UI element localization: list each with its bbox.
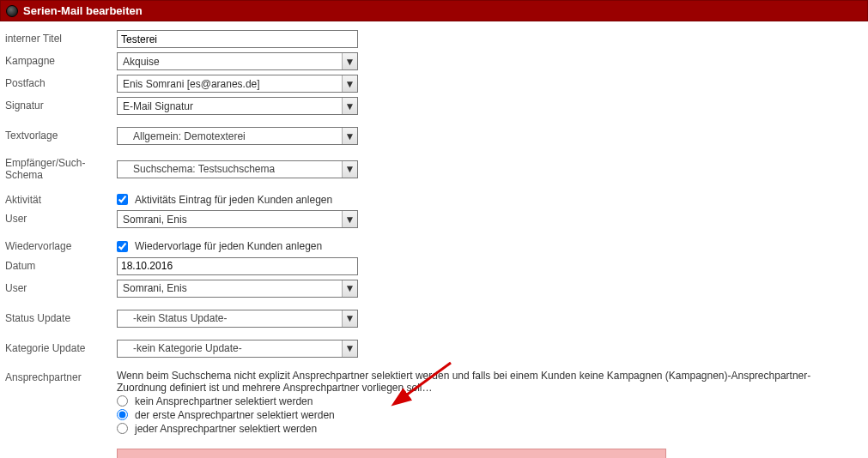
radio-ap-each[interactable] [117,423,128,434]
label-signatur: Signatur [5,99,117,111]
chevron-down-icon: ▼ [342,211,357,227]
select-signatur-value: E-Mail Signatur [123,100,193,112]
select-empfaenger[interactable]: Suchschema: Testsuchschema ▼ [117,160,358,178]
form-area: interner Titel Kampagne Akquise ▼ Postfa… [0,21,868,458]
checkbox-wiedervorlage[interactable] [117,241,128,252]
label-aktivitaet: Aktivität [5,194,117,206]
label-kampagne: Kampagne [5,55,117,67]
label-textvorlage: Textvorlage [5,130,117,142]
select-kampagne-value: Akquise [123,56,160,68]
select-empfaenger-value: Suchschema: Testsuchschema [123,163,275,175]
checkbox-wiedervorlage-label: Wiedervorlage für jeden Kunden anlegen [135,240,322,252]
label-empfaenger: Empfänger/Such-Schema [5,157,117,182]
warning-box: Achtung: Bei Speichern werden die Empfän… [117,449,666,458]
chevron-down-icon: ▼ [342,75,357,92]
label-user1: User [5,213,117,225]
select-kampagne[interactable]: Akquise ▼ [117,52,358,70]
label-kategorie-update: Kategorie Update [5,342,117,354]
select-kategorie-update-value: -kein Kategorie Update- [123,342,242,354]
chevron-down-icon: ▼ [342,340,357,357]
chevron-down-icon: ▼ [342,280,357,297]
select-kategorie-update[interactable]: -kein Kategorie Update- ▼ [117,340,358,358]
checkbox-aktivitaet[interactable] [117,194,128,205]
label-interner-titel: interner Titel [5,33,117,45]
select-user1[interactable]: Somrani, Enis ▼ [117,210,358,228]
label-postfach: Postfach [5,77,117,89]
window-title: Serien-Mail bearbeiten [23,4,143,17]
radio-ap-each-label: jeder Ansprechpartner selektiert werden [135,423,317,435]
label-status-update: Status Update [5,312,117,324]
chevron-down-icon: ▼ [342,53,357,69]
radio-ap-none[interactable] [117,395,128,407]
select-status-update-value: -kein Status Update- [123,312,227,324]
label-wiedervorlage: Wiedervorlage [5,240,117,252]
window-header: Serien-Mail bearbeiten [0,0,868,21]
chevron-down-icon: ▼ [342,161,357,178]
radio-ap-none-label: kein Ansprechpartner selektiert werden [135,395,313,407]
checkbox-aktivitaet-label: Aktivitäts Eintrag für jeden Kunden anle… [135,194,332,206]
label-datum: Datum [5,260,117,272]
label-user2: User [5,282,117,294]
select-status-update[interactable]: -kein Status Update- ▼ [117,310,358,328]
input-interner-titel[interactable] [117,30,358,48]
chevron-down-icon: ▼ [342,128,357,144]
app-icon [6,5,18,17]
radio-ap-first[interactable] [117,409,128,420]
select-textvorlage-value: Allgemein: Demotexterei [123,130,246,142]
ansprechpartner-intro: Wenn beim Suchschema nicht explizit Ansp… [117,370,855,394]
select-user2-value: Somrani, Enis [123,282,187,294]
chevron-down-icon: ▼ [342,310,357,327]
select-user1-value: Somrani, Enis [123,214,187,226]
chevron-down-icon: ▼ [342,98,357,114]
select-textvorlage[interactable]: Allgemein: Demotexterei ▼ [117,127,358,145]
radio-ap-first-label: der erste Ansprechpartner selektiert wer… [135,409,335,421]
label-ansprechpartner: Ansprechpartner [5,370,117,383]
input-datum[interactable] [117,257,358,275]
select-user2[interactable]: Somrani, Enis ▼ [117,280,358,298]
select-postfach[interactable]: Enis Somrani [es@aranes.de] ▼ [117,75,358,93]
select-signatur[interactable]: E-Mail Signatur ▼ [117,97,358,115]
select-postfach-value: Enis Somrani [es@aranes.de] [123,78,260,90]
